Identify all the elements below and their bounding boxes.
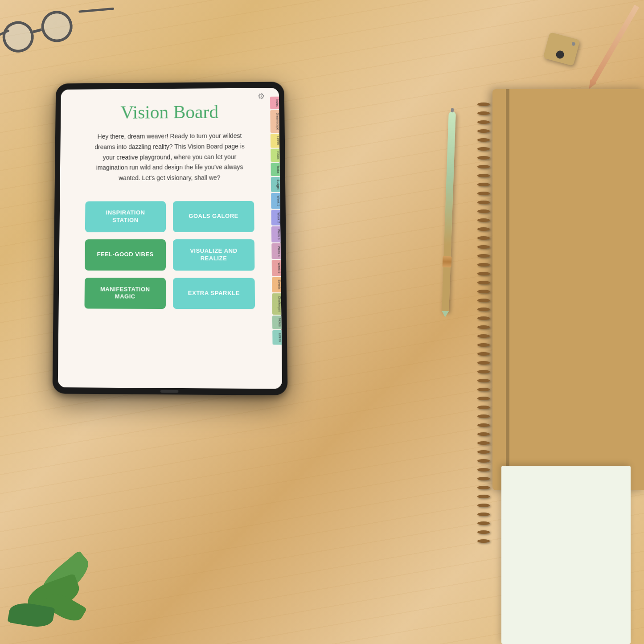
tab-week2[interactable]: Week 2 bbox=[271, 209, 282, 226]
sharpener-hole bbox=[555, 50, 565, 60]
tab-tasks[interactable]: Tasks bbox=[271, 163, 280, 176]
glasses bbox=[0, 4, 111, 94]
vision-board-button-grid: INSPIRATION STATION GOALS GALORE FEEL-GO… bbox=[84, 201, 255, 309]
tab-extras[interactable]: Extras bbox=[272, 330, 282, 345]
tab-events[interactable]: Events bbox=[272, 277, 282, 292]
screen-tabs: Index Dreamscape Habits Goals Tasks Budg… bbox=[270, 97, 282, 345]
glasses-bridge bbox=[33, 29, 42, 33]
notebook-cover bbox=[492, 89, 644, 490]
inspiration-station-button[interactable]: INSPIRATION STATION bbox=[85, 201, 166, 232]
tablet-screen: ⚙ Vision Board Hey there, dream weaver! … bbox=[58, 88, 282, 389]
tablet-home-button[interactable] bbox=[160, 390, 179, 393]
tab-week1[interactable]: Week 1 bbox=[271, 193, 281, 209]
manifestation-magic-button[interactable]: MANIFESTATION MAGIC bbox=[84, 278, 166, 309]
tab-week3[interactable]: Week 3 bbox=[271, 226, 282, 242]
vision-board-title: Vision Board bbox=[120, 101, 218, 123]
tab-challenges[interactable]: Challenges bbox=[272, 293, 282, 315]
tab-budget[interactable]: Budget bbox=[271, 177, 281, 192]
tab-dreamscape[interactable]: Dreamscape bbox=[270, 110, 280, 133]
feel-good-vibes-button[interactable]: FEEL-GOOD VIBES bbox=[85, 239, 166, 271]
tab-index[interactable]: Index bbox=[270, 97, 280, 110]
visualize-realize-button[interactable]: VISUALIZE AND REALIZE bbox=[173, 239, 254, 271]
spiral-rings bbox=[475, 103, 492, 477]
tab-notes[interactable]: Notes bbox=[272, 316, 282, 329]
vision-board-description: Hey there, dream weaver! Ready to turn y… bbox=[94, 131, 245, 184]
tab-week4[interactable]: Week 4 bbox=[271, 243, 282, 259]
sharpener-screw bbox=[571, 42, 576, 46]
tab-week5[interactable]: Week 5 bbox=[272, 260, 282, 276]
gear-icon[interactable]: ⚙ bbox=[258, 91, 267, 100]
extra-sparkle-button[interactable]: EXTRA SPARKLE bbox=[173, 278, 255, 309]
pencil-sharpener bbox=[546, 36, 577, 62]
tab-goals[interactable]: Goals bbox=[271, 148, 280, 162]
lens-right bbox=[38, 8, 76, 46]
tablet-device: ⚙ Vision Board Hey there, dream weaver! … bbox=[53, 82, 288, 395]
white-notepad bbox=[501, 466, 631, 644]
stylus-band bbox=[443, 256, 452, 268]
lens-left bbox=[0, 18, 37, 56]
glasses-arm-right bbox=[78, 8, 114, 13]
screen-content: ⚙ Vision Board Hey there, dream weaver! … bbox=[58, 88, 282, 389]
plant-decoration bbox=[0, 510, 111, 644]
tab-habits[interactable]: Habits bbox=[271, 134, 280, 148]
spiral-notebook bbox=[475, 89, 644, 490]
goals-galore-button[interactable]: GOALS GALORE bbox=[173, 201, 254, 232]
